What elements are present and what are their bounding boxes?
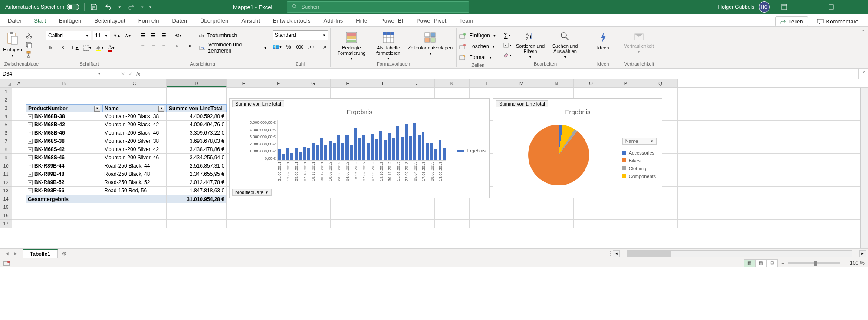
increase-font-icon[interactable]: A▲ — [112, 31, 122, 40]
cell[interactable]: Mountain-200 Black, 42 — [102, 121, 167, 129]
cell[interactable] — [102, 88, 167, 96]
col-header[interactable]: P — [608, 79, 643, 87]
wrap-text-button[interactable]: ab Textumbruch — [199, 30, 267, 41]
cell[interactable] — [12, 129, 26, 137]
cell[interactable] — [12, 104, 26, 112]
cell[interactable]: −BK-M68B-42 — [26, 121, 102, 129]
cell[interactable] — [102, 220, 167, 228]
col-header[interactable]: E — [227, 79, 261, 87]
cell[interactable]: 4.009.494,76 € — [167, 121, 227, 129]
cell[interactable] — [261, 88, 296, 96]
collapse-icon[interactable]: − — [28, 188, 33, 193]
toggle-switch[interactable] — [67, 4, 79, 10]
paste-button[interactable]: Einfügen ▼ — [3, 30, 23, 58]
cell[interactable]: 3.693.678,03 € — [167, 137, 227, 145]
cell[interactable] — [12, 178, 26, 186]
qat-customize-icon[interactable]: ▼ — [147, 0, 153, 13]
add-sheet-icon[interactable]: ⊕ — [58, 251, 71, 257]
find-select-button[interactable]: Suchen und Auswählen▼ — [549, 30, 582, 59]
row-header[interactable]: 12 — [0, 178, 12, 187]
cell[interactable] — [504, 88, 539, 96]
col-header[interactable]: F — [261, 79, 296, 87]
cell[interactable] — [574, 203, 608, 211]
cell[interactable]: −BK-R89B-52 — [26, 178, 102, 186]
cell[interactable]: Road-250 Black, 44 — [102, 162, 167, 170]
cell[interactable] — [167, 203, 227, 211]
autosave-toggle[interactable]: Automatisches Speichern — [3, 4, 82, 10]
cell[interactable]: Mountain-200 Black, 46 — [102, 129, 167, 137]
cell[interactable]: Mountain-200 Black, 38 — [102, 112, 167, 120]
scroll-right-icon[interactable]: ► — [859, 250, 866, 257]
cell[interactable] — [12, 112, 26, 120]
cell[interactable]: Mountain-200 Silver, 46 — [102, 154, 167, 162]
filter-icon[interactable]: ▾ — [94, 106, 100, 112]
decrease-font-icon[interactable]: A▼ — [123, 31, 133, 40]
maximize-icon[interactable] — [820, 0, 842, 14]
decrease-indent-icon[interactable]: ⇤ — [174, 41, 183, 51]
cell[interactable] — [102, 96, 167, 104]
cell[interactable]: Road-150 Red, 56 — [102, 187, 167, 195]
zoom-in-icon[interactable]: + — [843, 260, 846, 266]
cell[interactable] — [539, 88, 574, 96]
cell[interactable]: Summe von LineTotal — [167, 104, 227, 112]
accounting-format-icon[interactable]: 💶▼ — [273, 42, 282, 52]
cell[interactable] — [261, 220, 296, 228]
cell[interactable] — [435, 220, 470, 228]
cell[interactable] — [470, 203, 504, 211]
cell[interactable] — [435, 88, 470, 96]
cell[interactable] — [12, 88, 26, 96]
col-header[interactable]: D — [167, 79, 227, 87]
cell[interactable] — [608, 203, 643, 211]
cell[interactable]: 1.847.818,63 € — [167, 187, 227, 195]
cell[interactable]: Road-250 Black, 52 — [102, 178, 167, 186]
cell[interactable]: 2.347.655,95 € — [167, 170, 227, 178]
pie-chart[interactable]: Summe von LineTotal Ergebnis Name▼ Acces… — [493, 98, 662, 198]
format-table-button[interactable]: Als Tabelle formatieren▼ — [372, 30, 405, 60]
cell[interactable] — [331, 88, 365, 96]
bold-icon[interactable]: F — [46, 43, 56, 53]
collapse-icon[interactable]: − — [28, 155, 33, 160]
cell[interactable]: −BK-M68S-42 — [26, 145, 102, 153]
font-family-combo[interactable]: Calibri▼ — [46, 31, 91, 40]
row-header[interactable]: 16 — [0, 211, 12, 220]
cell[interactable] — [504, 211, 539, 219]
align-bottom-icon[interactable]: ☰ — [159, 31, 168, 40]
cell[interactable] — [608, 88, 643, 96]
cell[interactable] — [167, 220, 227, 228]
cell[interactable] — [12, 137, 26, 145]
formula-input[interactable] — [144, 69, 858, 79]
cell[interactable] — [227, 211, 261, 219]
page-break-view-icon[interactable]: ⊟ — [766, 259, 778, 267]
cell[interactable] — [365, 211, 400, 219]
cell[interactable] — [296, 88, 331, 96]
cell[interactable] — [12, 162, 26, 170]
ribbon-tab-start[interactable]: Start — [28, 15, 52, 26]
orientation-icon[interactable]: ⟲▼ — [174, 31, 183, 40]
cell[interactable]: −BK-M68S-46 — [26, 154, 102, 162]
slicer-field-tag[interactable]: ModifiedDate▼ — [232, 189, 272, 196]
cell[interactable]: Name▾ — [102, 104, 167, 112]
font-color-icon[interactable]: A▼ — [107, 43, 116, 53]
zoom-level[interactable]: 100 % — [850, 260, 865, 266]
cell[interactable] — [296, 203, 331, 211]
cell[interactable]: −BK-R89B-44 — [26, 162, 102, 170]
redo-dropdown-icon[interactable]: ▼ — [139, 0, 145, 13]
ribbon-tab-seitenlayout[interactable]: Seitenlayout — [88, 15, 132, 26]
align-middle-icon[interactable]: ☰ — [148, 31, 158, 40]
increase-indent-icon[interactable]: ⇥ — [184, 41, 194, 51]
align-center-icon[interactable]: ≡ — [148, 41, 158, 51]
col-header[interactable]: O — [574, 79, 608, 87]
sort-filter-button[interactable]: AZ Sortieren und Filtern▼ — [514, 30, 547, 59]
chart-field-tag[interactable]: Summe von LineTotal — [496, 100, 548, 107]
col-header[interactable]: A — [12, 79, 26, 87]
sheet-next-icon[interactable]: ► — [13, 251, 18, 257]
cell[interactable] — [26, 96, 102, 104]
col-header[interactable]: H — [331, 79, 365, 87]
minimize-icon[interactable] — [797, 0, 819, 14]
format-cells-button[interactable]: Format ▼ — [459, 52, 492, 63]
cell[interactable] — [12, 211, 26, 219]
ribbon-tab-datei[interactable]: Datei — [2, 15, 27, 26]
row-header[interactable]: 1 — [0, 88, 12, 96]
sheet-prev-icon[interactable]: ◄ — [4, 251, 10, 257]
cell[interactable] — [574, 211, 608, 219]
